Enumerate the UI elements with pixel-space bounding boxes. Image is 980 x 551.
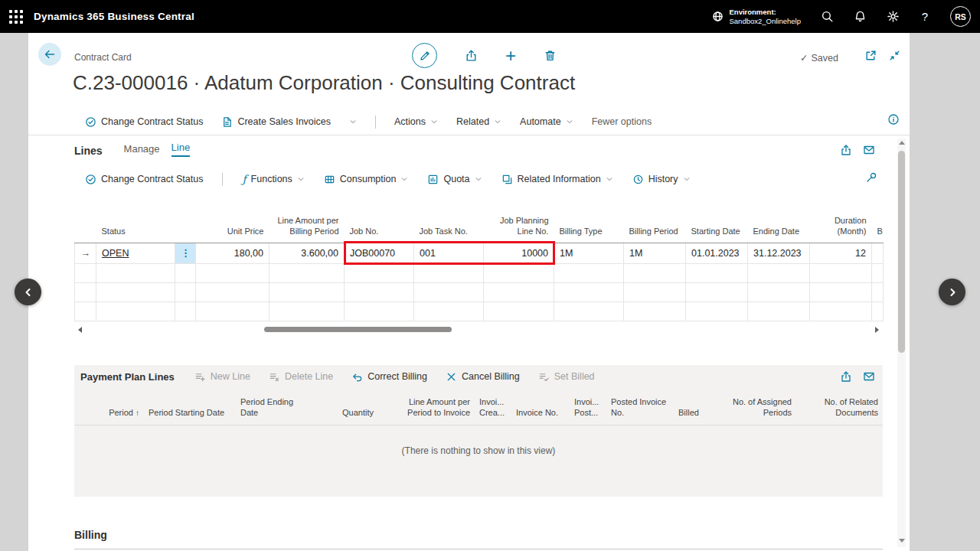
vertical-scrollbar bbox=[897, 139, 906, 547]
cell-unit-price[interactable]: 180,00 bbox=[196, 243, 270, 263]
cancel-billing-button[interactable]: Cancel Billing bbox=[446, 371, 520, 383]
cell-job-task-no[interactable]: 001 bbox=[414, 243, 484, 263]
tab-line[interactable]: Line bbox=[172, 142, 191, 157]
cell-duration-month[interactable]: 12 bbox=[810, 243, 872, 263]
scroll-up-arrow[interactable] bbox=[899, 141, 905, 145]
cell-status[interactable]: OPEN bbox=[96, 243, 175, 263]
col-row-indicator bbox=[75, 195, 96, 243]
action-create-sales-invoices[interactable]: Create Sales Invoices bbox=[221, 116, 331, 128]
col-invoice-created[interactable]: Invoi... Crea... bbox=[475, 388, 511, 425]
col-billing-type[interactable]: Billing Type bbox=[554, 195, 624, 243]
lines-section-header: Lines Manage Line bbox=[74, 142, 190, 157]
chevron-down-icon bbox=[430, 118, 438, 126]
lines-change-contract-status[interactable]: Change Contract Status bbox=[85, 174, 203, 185]
col-line-amount[interactable]: Line Amount per Billing Period bbox=[270, 195, 345, 243]
app-launcher-icon[interactable] bbox=[9, 10, 23, 24]
col-billed[interactable]: Billed bbox=[674, 388, 712, 425]
col-period[interactable]: Period ↑ bbox=[74, 388, 144, 425]
edit-button[interactable] bbox=[412, 43, 437, 68]
col-quantity[interactable]: Quantity bbox=[305, 388, 378, 425]
environment-picker[interactable]: Environment: Sandbox2_Onlinehelp bbox=[711, 8, 802, 26]
col-line-amount-per-period[interactable]: Line Amount per Period to Invoice bbox=[378, 388, 475, 425]
col-posted-invoice-no[interactable]: Posted Invoice No. bbox=[606, 388, 674, 425]
col-unit-price[interactable]: Unit Price bbox=[196, 195, 270, 243]
mail-icon[interactable] bbox=[863, 370, 875, 383]
cell-job-no[interactable]: JOB00070 bbox=[345, 243, 414, 263]
col-job-planning-line-no[interactable]: Job Planning Line No. bbox=[484, 195, 554, 243]
delete-line-button[interactable]: Delete Line bbox=[269, 371, 333, 383]
row-menu-dots-icon[interactable]: ⋮ bbox=[181, 247, 191, 259]
cell-starting-date[interactable]: 01.01.2023 bbox=[686, 243, 748, 263]
notifications-bell-icon[interactable] bbox=[854, 10, 867, 23]
lines-consumption-menu[interactable]: Consumption bbox=[324, 174, 409, 185]
contract-line-row[interactable]: → OPEN ⋮ 180,00 3.600,00 JOB00070 001 10… bbox=[75, 243, 884, 263]
new-line-button[interactable]: New Line bbox=[194, 371, 250, 383]
col-starting-date[interactable]: Starting Date bbox=[686, 195, 748, 243]
back-button[interactable] bbox=[38, 43, 61, 66]
col-no-of-related-documents[interactable]: No. of Related Documents bbox=[796, 388, 883, 425]
cell-ending-date[interactable]: 31.12.2023 bbox=[748, 243, 810, 263]
cell-job-planning-line-no[interactable]: 10000 bbox=[484, 243, 554, 263]
correct-billing-button[interactable]: Correct Billing bbox=[351, 371, 427, 383]
share-icon[interactable] bbox=[840, 144, 852, 156]
share-icon[interactable] bbox=[465, 49, 478, 62]
avatar[interactable]: RS bbox=[950, 6, 971, 27]
app-title[interactable]: Dynamics 365 Business Central bbox=[34, 11, 194, 22]
action-change-contract-status[interactable]: Change Contract Status bbox=[85, 116, 203, 128]
lines-related-information-menu[interactable]: Related Information bbox=[501, 174, 613, 185]
set-billed-button[interactable]: Set Billed bbox=[538, 371, 595, 383]
empty-grid-row[interactable] bbox=[75, 263, 884, 282]
open-in-window-icon[interactable] bbox=[864, 49, 877, 62]
scroll-left-arrow[interactable] bbox=[78, 327, 82, 333]
action-related-menu[interactable]: Related bbox=[456, 116, 501, 127]
empty-grid-row[interactable] bbox=[75, 302, 884, 321]
billing-section-divider bbox=[74, 549, 883, 549]
col-billing-period[interactable]: Billing Period bbox=[624, 195, 686, 243]
col-no-of-assigned-periods[interactable]: No. of Assigned Periods bbox=[712, 388, 796, 425]
delete-trash-icon[interactable] bbox=[544, 49, 557, 62]
chevron-down-icon bbox=[475, 175, 482, 183]
split-dropdown-chevron-icon[interactable] bbox=[349, 118, 357, 126]
vertical-scrollbar-thumb[interactable] bbox=[898, 151, 905, 353]
collapse-window-icon[interactable] bbox=[888, 49, 901, 62]
next-record-button[interactable] bbox=[939, 279, 965, 305]
col-job-no[interactable]: Job No. bbox=[345, 195, 414, 243]
pin-icon[interactable] bbox=[865, 171, 877, 184]
scroll-right-arrow[interactable] bbox=[875, 327, 879, 333]
col-duration-month[interactable]: Duration (Month) bbox=[810, 195, 872, 243]
action-actions-menu[interactable]: Actions bbox=[394, 116, 438, 127]
mail-icon[interactable] bbox=[863, 144, 875, 156]
lines-quota-menu[interactable]: Quota bbox=[427, 174, 482, 185]
empty-grid-row[interactable] bbox=[75, 282, 884, 302]
col-period-starting-date[interactable]: Period Starting Date bbox=[144, 388, 236, 425]
horizontal-scrollbar-thumb[interactable] bbox=[264, 327, 452, 332]
new-record-button[interactable]: + bbox=[505, 49, 516, 62]
lines-history-menu[interactable]: History bbox=[632, 174, 691, 185]
col-ending-date[interactable]: Ending Date bbox=[748, 195, 810, 243]
status-link[interactable]: OPEN bbox=[102, 248, 129, 259]
col-invoice-no[interactable]: Invoice No. bbox=[511, 388, 570, 425]
share-icon[interactable] bbox=[840, 370, 852, 383]
save-status: ✓ Saved bbox=[800, 52, 838, 64]
settings-gear-icon[interactable] bbox=[887, 10, 900, 23]
action-fewer-options[interactable]: Fewer options bbox=[592, 116, 652, 127]
help-icon[interactable]: ? bbox=[920, 10, 930, 23]
col-job-task-no[interactable]: Job Task No. bbox=[414, 195, 484, 243]
cell-billing-type[interactable]: 1M bbox=[554, 243, 624, 263]
col-period-ending-date[interactable]: Period Ending Date bbox=[236, 388, 305, 425]
search-icon[interactable] bbox=[821, 10, 834, 23]
action-automate-menu[interactable]: Automate bbox=[520, 116, 573, 127]
col-status[interactable]: Status bbox=[96, 195, 175, 243]
previous-record-button[interactable] bbox=[15, 279, 41, 305]
lines-functions-menu[interactable]: ƒ Functions bbox=[242, 174, 304, 184]
col-invoice-posted[interactable]: Invoi... Post... bbox=[570, 388, 606, 425]
info-icon[interactable] bbox=[887, 113, 900, 126]
cell-row-menu[interactable]: ⋮ bbox=[175, 243, 196, 263]
cell-clipped bbox=[872, 243, 884, 263]
circled-check-icon bbox=[85, 116, 96, 128]
scroll-down-arrow[interactable] bbox=[899, 539, 905, 543]
cell-line-amount[interactable]: 3.600,00 bbox=[270, 243, 345, 263]
tab-manage[interactable]: Manage bbox=[124, 143, 160, 157]
cell-billing-period[interactable]: 1M bbox=[624, 243, 686, 263]
action-bar: Change Contract Status Create Sales Invo… bbox=[85, 110, 652, 133]
